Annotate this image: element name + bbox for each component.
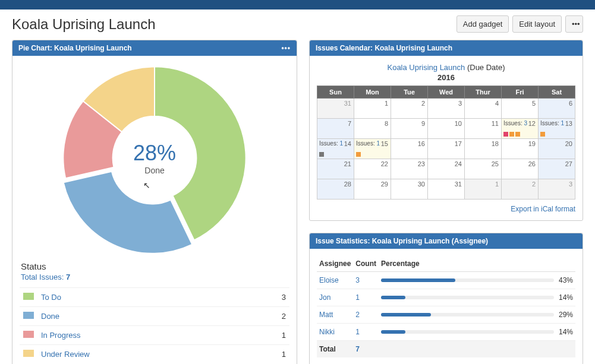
- total-count-link[interactable]: 7: [355, 345, 360, 353]
- calendar-cell[interactable]: 3: [539, 179, 575, 200]
- calendar-cell[interactable]: 23: [391, 159, 428, 179]
- calendar-cell[interactable]: 29: [354, 179, 391, 200]
- legend-table: To Do3Done2In Progress1Under Review1: [20, 287, 289, 363]
- donut-center-label: Done: [133, 166, 176, 175]
- calendar-cell[interactable]: 25: [465, 159, 502, 179]
- stats-col-percentage: Percentage: [379, 256, 575, 272]
- calendar-cell[interactable]: 19: [502, 139, 539, 159]
- calendar-cell[interactable]: 5: [502, 99, 539, 119]
- calendar-day-number: 3: [458, 100, 462, 107]
- calendar-cell[interactable]: Issues: 312: [502, 119, 539, 139]
- calendar-cell[interactable]: 20: [539, 139, 575, 159]
- swatch-icon: [23, 331, 34, 338]
- swatch-icon: [23, 312, 34, 319]
- calendar-subtitle-link[interactable]: Koala Uprising Launch: [387, 63, 465, 72]
- calendar-issue-link[interactable]: 1: [376, 140, 380, 147]
- calendar-cell[interactable]: 7: [317, 119, 354, 139]
- calendar-cell[interactable]: 28: [317, 179, 354, 200]
- assignee-link[interactable]: Matt: [319, 311, 333, 319]
- legend-status-link[interactable]: To Do: [41, 293, 61, 302]
- calendar-day-number: 31: [455, 181, 462, 188]
- calendar-cell[interactable]: 30: [391, 179, 428, 200]
- calendar-cell[interactable]: 8: [354, 119, 391, 139]
- calendar-cell[interactable]: 1: [354, 99, 391, 119]
- calendar-cell[interactable]: 24: [428, 159, 465, 179]
- percent-value: 29%: [556, 306, 575, 324]
- calendar-day-number: 17: [455, 140, 462, 147]
- calendar-cell[interactable]: 9: [391, 119, 428, 139]
- status-heading: Status: [20, 261, 289, 271]
- calendar-cell[interactable]: Issues: 115: [354, 139, 391, 159]
- calendar-cell[interactable]: 27: [539, 159, 575, 179]
- donut-chart[interactable]: 28% Done ↖: [59, 63, 250, 253]
- calendar-day-number: 6: [569, 100, 572, 107]
- calendar-cell[interactable]: 21: [317, 159, 354, 179]
- calendar-issue-link[interactable]: 1: [561, 120, 564, 126]
- count-link[interactable]: 1: [355, 328, 360, 336]
- calendar-day-number: 29: [381, 181, 388, 188]
- calendar-day-number: 9: [421, 120, 425, 127]
- calendar-cell[interactable]: Issues: 114: [317, 139, 354, 159]
- calendar-day-number: 7: [348, 120, 351, 127]
- calendar-day-number: 20: [565, 140, 572, 147]
- edit-layout-button[interactable]: Edit layout: [512, 15, 562, 33]
- issue-block-icon: [503, 132, 508, 137]
- calendar-day-number: 16: [418, 140, 425, 147]
- calendar-cell[interactable]: 18: [465, 139, 502, 159]
- calendar-cell[interactable]: 10: [428, 119, 465, 139]
- more-actions-button[interactable]: •••: [565, 15, 583, 33]
- percent-value: 14%: [556, 324, 575, 341]
- calendar-day-number: 30: [418, 181, 425, 188]
- calendar-cell[interactable]: 1: [465, 179, 502, 200]
- calendar-cell[interactable]: 22: [354, 159, 391, 179]
- count-link[interactable]: 2: [355, 311, 360, 319]
- calendar-day-number: 15: [381, 140, 388, 147]
- calendar-cell[interactable]: 2: [502, 179, 539, 200]
- assignee-link[interactable]: Eloise: [319, 276, 339, 284]
- calendar-issue-link[interactable]: 1: [339, 140, 343, 147]
- legend-status-link[interactable]: Under Review: [41, 350, 90, 359]
- export-ical-link[interactable]: Export in iCal format: [511, 205, 575, 213]
- calendar-day-number: 28: [344, 181, 351, 188]
- add-gadget-button[interactable]: Add gadget: [457, 15, 509, 33]
- calendar-cell[interactable]: 3: [428, 99, 465, 119]
- calendar-cell[interactable]: 31: [428, 179, 465, 200]
- calendar-issue-label: Issues: 1: [540, 120, 564, 126]
- calendar-cell[interactable]: 31: [317, 99, 354, 119]
- calendar-day-number: 23: [418, 160, 425, 167]
- legend-status-link[interactable]: Done: [41, 312, 59, 321]
- calendar-cell[interactable]: 26: [502, 159, 539, 179]
- percent-value: 14%: [556, 289, 575, 306]
- calendar-day-number: 10: [455, 120, 462, 127]
- calendar-cell[interactable]: Issues: 113: [539, 119, 575, 139]
- issue-block-icon: [509, 132, 514, 137]
- assignee-link[interactable]: Nikki: [319, 328, 335, 336]
- calendar-issue-link[interactable]: 3: [524, 120, 527, 126]
- calendar-cell[interactable]: 17: [428, 139, 465, 159]
- calendar-table: SunMonTueWedThurFriSat311234567891011Iss…: [317, 86, 575, 200]
- calendar-day-number: 25: [492, 160, 499, 167]
- calendar-cell[interactable]: 2: [391, 99, 428, 119]
- legend-row: In Progress1: [20, 326, 289, 345]
- calendar-day-number: 19: [528, 140, 536, 147]
- page-title: Koala Uprising Launch: [12, 16, 156, 33]
- pie-chart-title: Pie Chart: Koala Uprising Launch: [18, 44, 132, 52]
- calendar-day-number: 12: [528, 120, 536, 127]
- calendar-cell[interactable]: 16: [391, 139, 428, 159]
- pie-chart-header: Pie Chart: Koala Uprising Launch •••: [12, 40, 297, 56]
- calendar-cell[interactable]: 6: [539, 99, 575, 119]
- total-issues-link[interactable]: Total Issues: 7: [20, 273, 289, 281]
- legend-status-link[interactable]: In Progress: [41, 331, 80, 340]
- calendar-cell[interactable]: 4: [465, 99, 502, 119]
- calendar-subtitle: Koala Uprising Launch (Due Date): [317, 63, 575, 72]
- calendar-cell[interactable]: 11: [465, 119, 502, 139]
- pie-chart-more-icon[interactable]: •••: [281, 44, 291, 52]
- swatch-icon: [23, 350, 34, 357]
- calendar-day-number: 21: [344, 160, 351, 167]
- count-link[interactable]: 3: [355, 276, 360, 284]
- count-link[interactable]: 1: [355, 293, 360, 302]
- assignee-link[interactable]: Jon: [319, 293, 330, 302]
- page-header: Koala Uprising Launch Add gadget Edit la…: [12, 15, 583, 33]
- calendar-day-number: 2: [532, 181, 536, 188]
- donut-slice-done[interactable]: [64, 172, 192, 253]
